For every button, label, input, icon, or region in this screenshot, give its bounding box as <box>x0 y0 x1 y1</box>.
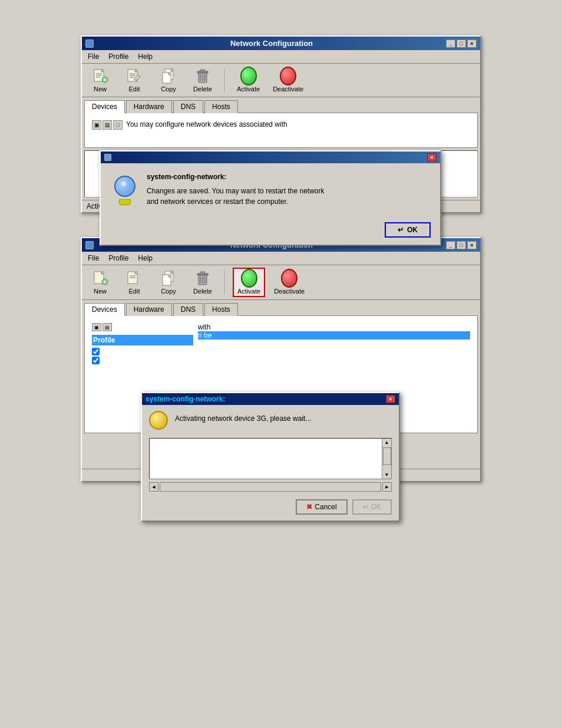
window1-title: Network Configuration <box>97 39 446 48</box>
tab-content-text: You may configure network devices associ… <box>126 120 287 129</box>
w2-toolbar-deactivate-label: Deactivate <box>274 288 305 295</box>
w2-status-text <box>87 471 88 479</box>
window1-tabbar: Devices Hardware DNS Hosts <box>82 97 480 113</box>
dialog2-ok-btn: ↵ OK <box>352 499 392 515</box>
dialog2-buttons: ✖ Cancel ↵ OK <box>142 497 399 521</box>
w2-edit-icon <box>126 270 143 286</box>
dialog-titlebar: × <box>101 151 440 163</box>
dialog-ok-button[interactable]: ↵ OK <box>385 222 431 238</box>
w2-delete-icon <box>194 270 211 286</box>
w2-menu-file[interactable]: File <box>84 253 103 263</box>
svg-text:+: + <box>103 279 107 285</box>
window2-content-area: ▣ ▤ Profile with n be <box>82 315 480 469</box>
w2-toolbar-new-btn[interactable]: + New <box>85 268 115 297</box>
window2-minimize-btn[interactable]: _ <box>446 241 455 249</box>
dialog2-bulb-icon <box>149 411 170 432</box>
hscroll-right-btn[interactable]: ► <box>382 482 392 492</box>
window1: Network Configuration _ □ × File Profile… <box>81 35 481 213</box>
ok-button-label: OK <box>407 226 418 234</box>
window1-maximize-btn[interactable]: □ <box>457 39 466 48</box>
left-column: ▣ ▤ Profile <box>90 321 196 368</box>
dialog-content: system-config-network: Changes are saved… <box>101 163 440 218</box>
dialog2-cancel-btn[interactable]: ✖ Cancel <box>296 499 347 515</box>
checkbox-2[interactable] <box>92 357 100 364</box>
dialog2-window: system-config-network: × Activating netw… <box>141 392 400 522</box>
window2-maximize-btn[interactable]: □ <box>457 241 466 249</box>
hscroll-left-btn[interactable]: ◄ <box>149 482 158 492</box>
window2-tabbar: Devices Hardware DNS Hosts <box>82 300 480 315</box>
window1-minimize-btn[interactable]: _ <box>446 39 455 48</box>
checkbox-item-2 <box>92 357 193 364</box>
toolbar-new-btn[interactable]: + New <box>85 66 115 94</box>
toolbar-deactivate-label: Deactivate <box>273 85 303 93</box>
dialog2-close-btn[interactable]: × <box>386 395 395 403</box>
window1-close-btn[interactable]: × <box>467 39 477 48</box>
window1-app-icon <box>85 39 94 48</box>
partial-text-1: with <box>198 323 470 331</box>
w2-toolbar-delete-btn[interactable]: Delete <box>188 268 217 297</box>
window2-close-btn[interactable]: × <box>467 241 477 249</box>
w2-tab-hardware[interactable]: Hardware <box>126 303 172 316</box>
w2-toolbar-copy-btn[interactable]: Copy <box>154 268 183 297</box>
svg-rect-19 <box>200 70 205 72</box>
scroll-up-btn[interactable]: ▲ <box>385 440 389 445</box>
toolbar-copy-btn[interactable]: Copy <box>154 66 183 94</box>
window2-titlebar-buttons: _ □ × <box>446 241 477 249</box>
tab-dns[interactable]: DNS <box>173 100 203 113</box>
dialog2-titlebar: system-config-network: × <box>142 393 399 405</box>
ok-enter-icon2: ↵ <box>363 503 369 511</box>
hscrollbar-track[interactable] <box>160 482 381 492</box>
menu-help[interactable]: Help <box>134 51 156 62</box>
w2-toolbar-activate-btn[interactable]: Activate <box>233 268 265 297</box>
window2-toolbar: + New Edit <box>82 265 480 300</box>
dialog-icon <box>104 154 111 161</box>
window1-menubar: File Profile Help <box>82 50 480 64</box>
dialog-title: system-config-network: <box>147 173 431 181</box>
ok-btn-label2: OK <box>371 503 381 511</box>
w2-deactivate-icon <box>281 270 297 286</box>
menu-file[interactable]: File <box>84 51 103 62</box>
icon-small3: □ <box>113 120 123 130</box>
checkbox-item-1 <box>92 348 193 355</box>
toolbar-delete-label: Delete <box>193 85 212 93</box>
scrollbar[interactable]: ▲ ▼ <box>382 439 391 479</box>
toolbar-edit-btn[interactable]: Edit <box>120 66 149 94</box>
w2-tab-dns[interactable]: DNS <box>173 303 203 316</box>
window1-titlebar: Network Configuration _ □ × <box>82 37 480 50</box>
dialog-close-btn[interactable]: × <box>427 153 437 162</box>
window2: Network Configuration _ □ × File Profile… <box>81 237 481 482</box>
w2-toolbar-edit-btn[interactable]: Edit <box>120 268 149 297</box>
w2-tab-hosts[interactable]: Hosts <box>204 303 238 316</box>
menu-profile[interactable]: Profile <box>105 51 132 62</box>
deactivate-icon <box>280 68 296 84</box>
w2-menu-help[interactable]: Help <box>134 253 156 263</box>
svg-rect-37 <box>200 272 205 274</box>
cancel-btn-label: Cancel <box>315 503 336 511</box>
window2-menubar: File Profile Help <box>82 252 480 265</box>
w2-tab-devices[interactable]: Devices <box>84 303 125 316</box>
scrollbar-thumb[interactable] <box>383 447 391 465</box>
edit-icon <box>126 68 143 84</box>
dialog-message-line1: Changes are saved. You may want to resta… <box>147 186 431 196</box>
checkbox-1[interactable] <box>92 348 100 355</box>
w2-toolbar-edit-label: Edit <box>129 288 140 295</box>
w2-toolbar-new-label: New <box>94 288 107 295</box>
w2-copy-icon <box>160 270 177 286</box>
w2-menu-profile[interactable]: Profile <box>105 253 132 263</box>
toolbar-activate-btn[interactable]: Activate <box>233 66 264 94</box>
cancel-x-icon: ✖ <box>306 503 312 511</box>
scroll-down-btn[interactable]: ▼ <box>385 472 389 477</box>
window1-toolbar: + New Edit <box>82 64 480 97</box>
tab-hardware[interactable]: Hardware <box>126 100 172 113</box>
toolbar-deactivate-btn[interactable]: Deactivate <box>269 66 308 94</box>
w2-toolbar-deactivate-btn[interactable]: Deactivate <box>270 268 309 297</box>
svg-text:+: + <box>103 77 107 83</box>
new-icon: + <box>92 68 108 84</box>
dialog2-content: Activating network device 3G, please wai… <box>142 405 399 438</box>
window1-dialog-area: × system-config-network: Changes are sav… <box>82 150 480 197</box>
w2-toolbar-separator <box>224 271 226 294</box>
tab-devices[interactable]: Devices <box>84 100 125 113</box>
toolbar-new-label: New <box>94 85 107 93</box>
toolbar-delete-btn[interactable]: Delete <box>188 66 217 94</box>
tab-hosts[interactable]: Hosts <box>204 100 238 113</box>
